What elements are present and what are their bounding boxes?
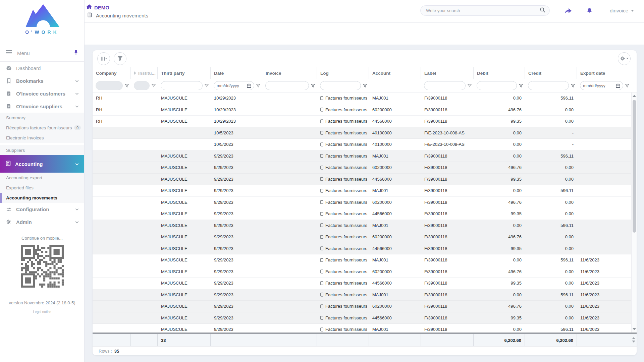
column-header-third_party[interactable]: Third party — [158, 67, 211, 79]
mobile-hint: Continue on mobile... — [0, 236, 84, 241]
mobile-section: Continue on mobile... — [0, 236, 84, 288]
table-row[interactable]: MAJUSCULE9/29/2023Factures fournisseurs4… — [93, 174, 637, 185]
column-header-label[interactable]: Label — [421, 67, 474, 79]
table-row[interactable]: MAJUSCULE9/29/2023Factures fournisseursM… — [93, 220, 637, 232]
vertical-scrollbar[interactable] — [631, 93, 637, 333]
cell-log: Factures fournisseurs — [317, 174, 369, 185]
column-header-debit[interactable]: Debit — [474, 67, 525, 79]
column-filter-funnel-icon[interactable] — [205, 84, 209, 88]
sidebar-subitem-electronic-invoices[interactable]: Electronic Invoices — [0, 133, 84, 143]
mountain-logo-icon — [22, 3, 62, 29]
column-header-institution[interactable]: Institu... — [131, 67, 158, 79]
table-row[interactable]: RHMAJUSCULE10/29/2023Factures fournisseu… — [93, 116, 637, 127]
column-filter-funnel-icon[interactable] — [468, 84, 472, 88]
sidebar-subitem-suppliers[interactable]: Suppliers — [0, 145, 84, 155]
share-icon[interactable] — [565, 8, 572, 14]
sidebar-item-admin[interactable]: Admin — [0, 216, 84, 228]
filter-input-log[interactable] — [320, 81, 361, 90]
column-filter-funnel-icon[interactable] — [256, 84, 260, 88]
column-header-invoice[interactable]: Invoice — [262, 67, 317, 79]
table-row[interactable]: 10/5/2023Factures fournisseurs40100000F/… — [93, 127, 637, 139]
mini-down-arrow-icon[interactable] — [632, 341, 635, 343]
columns-button[interactable] — [97, 52, 110, 65]
cell-export_date — [577, 150, 631, 162]
table-row[interactable]: MAJUSCULE9/29/2023Factures fournisseurs6… — [93, 301, 637, 312]
sidebar-item-o-invoice-customers[interactable]: O'Invoice customers — [0, 87, 84, 100]
column-header-log[interactable]: Log — [317, 67, 369, 79]
table-row[interactable]: MAJUSCULE9/29/2023Factures fournisseurs4… — [93, 278, 637, 289]
search-input[interactable] — [426, 8, 540, 13]
sidebar-subitem-accounting-movements[interactable]: Accounting movements — [0, 193, 84, 203]
date-filter-input-date[interactable]: mm/dd/yyyy — [214, 81, 254, 90]
table-row[interactable]: MAJUSCULE9/29/2023Factures fournisseurs6… — [93, 162, 637, 174]
filter-button[interactable] — [114, 52, 126, 65]
table-row[interactable]: MAJUSCULE9/29/2023Factures fournisseursM… — [93, 150, 637, 162]
settings-button[interactable] — [618, 52, 631, 65]
table-row[interactable]: MAJUSCULE9/29/2023Factures fournisseurs4… — [93, 208, 637, 220]
notifications-bell-icon[interactable] — [587, 8, 592, 14]
column-filter-funnel-icon[interactable] — [363, 84, 367, 88]
column-filter-funnel-icon[interactable] — [152, 84, 156, 88]
cell-log: Factures fournisseurs — [317, 150, 369, 162]
filter-input-label[interactable] — [424, 81, 466, 90]
mini-up-arrow-icon[interactable] — [632, 337, 635, 339]
table-row[interactable]: MAJUSCULE9/29/2023Factures fournisseursM… — [93, 289, 637, 301]
column-header-account[interactable]: Account — [369, 67, 421, 79]
table-row[interactable]: MAJUSCULE9/29/2023Factures fournisseursM… — [93, 324, 637, 333]
journal-icon — [320, 316, 323, 320]
column-header-credit[interactable]: Credit — [525, 67, 577, 79]
table-row[interactable]: MAJUSCULE9/29/2023Factures fournisseursM… — [93, 185, 637, 197]
table-row[interactable]: RHMAJUSCULE10/29/2023Factures fournisseu… — [93, 93, 637, 104]
sidebar-subitem-exported-files[interactable]: Exported files — [0, 183, 84, 193]
column-filter-funnel-icon[interactable] — [311, 84, 315, 88]
calendar-icon[interactable] — [247, 83, 251, 88]
column-header-company[interactable]: Company — [93, 67, 131, 79]
search-icon[interactable] — [540, 7, 545, 14]
table-row[interactable]: MAJUSCULE9/29/2023Factures fournisseurs4… — [93, 312, 637, 324]
scroll-down-arrow-icon[interactable] — [633, 328, 636, 330]
column-header-export_date[interactable]: Export date — [577, 67, 631, 79]
pin-icon[interactable] — [74, 50, 78, 56]
cell-company — [93, 185, 131, 196]
user-menu[interactable]: dinvoice — [610, 8, 634, 13]
sidebar-subitem-r-ceptions-factures-fournisseurs[interactable]: Réceptions factures fournisseurs0 — [0, 123, 84, 133]
hamburger-icon[interactable] — [6, 50, 12, 56]
filter-input-invoice[interactable] — [265, 81, 309, 90]
column-filter-funnel-icon[interactable] — [571, 84, 575, 88]
sidebar-item-configuration[interactable]: Configuration — [0, 203, 84, 216]
date-filter-input-export_date[interactable]: mm/dd/yyyy — [580, 81, 623, 90]
sidebar-subitem-accounting-export[interactable]: Accounting export — [0, 173, 84, 183]
cell-third_party: MAJUSCULE — [158, 231, 211, 243]
column-header-date[interactable]: Date — [211, 67, 262, 79]
table-row[interactable]: MAJUSCULE9/29/2023Factures fournisseurs6… — [93, 266, 637, 278]
column-filter-funnel-icon[interactable] — [625, 84, 629, 88]
filter-input-third_party[interactable] — [161, 81, 203, 90]
table-row[interactable]: MAJUSCULE9/29/2023Factures fournisseurs6… — [93, 231, 637, 243]
calculator-icon — [87, 12, 92, 19]
column-filter-funnel-icon[interactable] — [519, 84, 523, 88]
filter-input-debit[interactable] — [477, 81, 517, 90]
table-row[interactable]: MAJUSCULE9/29/2023Factures fournisseurs6… — [93, 197, 637, 208]
sidebar-item-dashboard[interactable]: Dashboard — [0, 62, 84, 74]
filter-input-credit[interactable] — [528, 81, 569, 90]
cell-debit: 0.00 — [474, 150, 525, 162]
calendar-icon[interactable] — [616, 83, 620, 88]
sidebar-item-bookmarks[interactable]: Bookmarks — [0, 74, 84, 87]
expand-group-icon[interactable] — [134, 71, 138, 76]
cell-account: 44566000 — [369, 243, 421, 254]
table-row[interactable]: RHMAJUSCULE10/29/2023Factures fournisseu… — [93, 104, 637, 116]
column-filter-funnel-icon[interactable] — [125, 84, 129, 88]
cell-date: 9/29/2023 — [211, 312, 262, 324]
cell-third_party: MAJUSCULE — [158, 150, 211, 162]
table-row[interactable]: MAJUSCULE9/29/2023Factures fournisseurs4… — [93, 243, 637, 255]
scroll-up-arrow-icon[interactable] — [633, 95, 636, 97]
sidebar-item-accounting[interactable]: Accounting — [0, 155, 84, 173]
legal-notice-link[interactable]: Legal notice — [0, 310, 84, 314]
table-row[interactable]: MAJUSCULE9/29/2023Factures fournisseursM… — [93, 254, 637, 266]
sidebar-item-o-invoice-suppliers[interactable]: O'Invoice suppliers — [0, 100, 84, 113]
scrollbar-thumb[interactable] — [633, 100, 636, 233]
log-label: Factures fournisseurs — [325, 292, 367, 297]
sidebar-subitem-summary[interactable]: Summary — [0, 113, 84, 123]
table-row[interactable]: 10/5/2023Factures fournisseurs40100000F/… — [93, 139, 637, 150]
breadcrumb-app[interactable]: DEMO — [87, 4, 109, 10]
